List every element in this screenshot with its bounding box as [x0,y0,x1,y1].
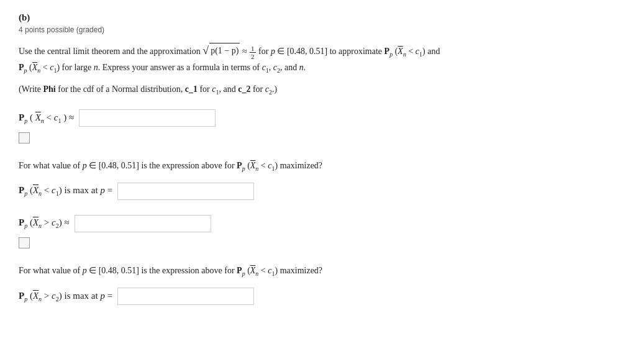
formula-1-label: Pp ( Xn < c1 ) ≈ [19,112,74,124]
question-2: For what value of p ∈ [0.48, 0.51] is th… [19,263,617,279]
section-container: (b) 4 points possible (graded) Use the c… [19,12,617,305]
q1-bold-P: P [237,161,242,170]
formula-4-label: Pp (Xn > c2) is max at p = [19,291,112,303]
formula-3-row: Pp (Xn > c2) ≈ [19,215,617,232]
q2-expr: (Xn < c1) [247,266,280,275]
q1-expr: (Xn < c1) [247,161,280,170]
formula-4-input[interactable] [117,288,254,305]
and-text: and [427,47,440,56]
desc-line2: for large n. Express your answer as a fo… [62,63,306,72]
bold-P2: P [19,63,24,72]
formula-2-input[interactable] [117,183,254,200]
hint-text: (Write Phi for the cdf of a Normal distr… [19,82,617,98]
formula-3-section: Pp (Xn > c2) ≈ [19,215,617,249]
description-paragraph: Use the central limit theorem and the ap… [19,43,617,76]
q2-suffix: maximized? [280,266,322,275]
f1-paren-close: ) [63,112,66,122]
formula-2-row: Pp (Xn < c1) is max at p = [19,183,617,200]
formula-1-input[interactable] [79,109,216,127]
formula-1-checkbox[interactable] [19,132,30,143]
formula-2-section: Pp (Xn < c1) is max at p = [19,183,617,200]
formula-4-row: Pp (Xn > c2) is max at p = [19,288,617,305]
f1-sub-n: n [41,117,44,124]
q1-sub-p: p [242,165,245,172]
formula-4-section: Pp (Xn > c2) is max at p = [19,288,617,305]
question-1: For what value of p ∈ [0.48, 0.51] is th… [19,158,617,174]
formula-1-section: Pp ( Xn < c1 ) ≈ [19,109,617,143]
f1-paren-open: ( [30,112,33,122]
formula-3-checkbox-row [19,237,617,249]
f1-xbar: X [35,112,41,122]
q2-bold-P: P [237,266,242,275]
formula-1-row: Pp ( Xn < c1 ) ≈ [19,109,617,127]
section-label: (b) [19,12,617,23]
formula-2-label: Pp (Xn < c1) is max at p = [19,185,112,197]
formula-1-checkbox-row [19,132,617,143]
formula-3-checkbox[interactable] [19,237,30,248]
points-label: 4 points possible (graded) [19,25,617,34]
sub-p2: p [24,67,27,74]
sub-p1: p [389,51,393,58]
approx-half: ≈ [242,47,249,56]
desc-pre-text: Use the central limit theorem and the ap… [19,47,202,56]
formula-3-label: Pp (Xn > c2) ≈ [19,217,70,229]
expr1: (Xn < c1) [395,47,428,56]
q1-text: For what value of p ∈ [0.48, 0.51] is th… [19,161,237,170]
bold-P1: P [384,47,390,56]
formula-3-input[interactable] [75,215,211,232]
expr2: (Xn < c1) [29,63,62,72]
q1-suffix: maximized? [280,161,322,170]
q2-text: For what value of p ∈ [0.48, 0.51] is th… [19,266,237,275]
q2-sub-p: p [242,270,245,277]
half-fraction: 1 2 [250,45,256,60]
desc-mid-text: for p ∈ [0.48, 0.51] to approximate [258,47,384,56]
sqrt-formula: √ p(1 − p) [202,43,240,58]
